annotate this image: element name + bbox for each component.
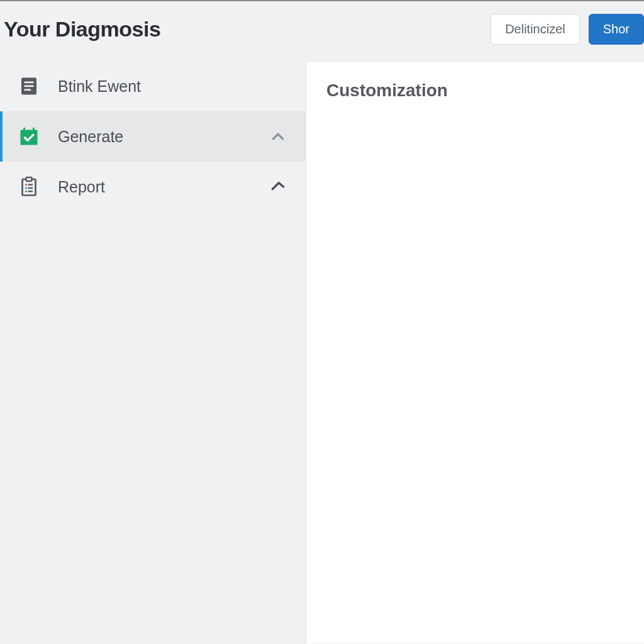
body: Btink Ewent Generate [0, 61, 644, 643]
svg-rect-11 [25, 187, 27, 189]
sidebar-item-label: Generate [58, 128, 250, 146]
calendar-check-icon [18, 125, 40, 148]
sidebar-item-label: Btink Ewent [58, 77, 288, 96]
svg-rect-9 [25, 184, 27, 186]
svg-rect-14 [28, 191, 33, 192]
header: Your Diagmosis Delitincizel Shor [0, 1, 644, 61]
svg-rect-3 [25, 89, 31, 91]
svg-rect-1 [25, 82, 34, 84]
clipboard-list-icon [18, 175, 40, 198]
shor-button[interactable]: Shor [589, 14, 644, 45]
main-title: Customization [326, 80, 624, 101]
svg-rect-6 [33, 128, 35, 131]
svg-rect-2 [25, 86, 34, 87]
sidebar-item-btink-ewent[interactable]: Btink Ewent [0, 61, 306, 111]
chevron-up-icon [268, 126, 288, 147]
svg-rect-13 [25, 191, 27, 192]
document-icon [18, 75, 40, 97]
svg-rect-4 [21, 130, 38, 145]
sidebar-item-report[interactable]: Report [0, 162, 306, 212]
svg-rect-10 [28, 184, 33, 186]
delitincizel-button[interactable]: Delitincizel [491, 14, 580, 45]
main-panel: Customization [306, 61, 644, 643]
svg-rect-5 [23, 128, 25, 131]
arrow-up-right-icon [268, 177, 288, 197]
sidebar-item-label: Report [58, 178, 250, 196]
svg-rect-8 [26, 177, 32, 181]
header-buttons: Delitincizel Shor [491, 14, 644, 45]
sidebar-item-generate[interactable]: Generate [0, 111, 306, 162]
sidebar: Btink Ewent Generate [0, 61, 306, 643]
page-title: Your Diagmosis [4, 17, 160, 42]
svg-rect-12 [28, 187, 33, 189]
